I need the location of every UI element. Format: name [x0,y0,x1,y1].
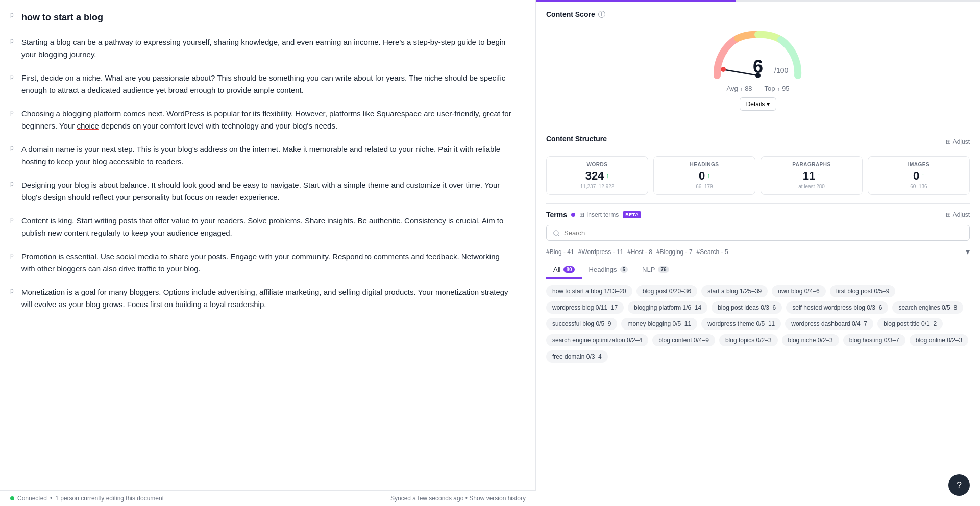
term-tag[interactable]: blog post 0/20–36 [636,285,697,297]
trend-icon: ↑ [606,172,609,180]
details-button[interactable]: Details ▾ [740,97,777,111]
paragraph-text[interactable]: Promotion is essential. Use social media… [21,250,515,275]
term-tag[interactable]: blog online 0/2–3 [910,334,968,346]
history-link[interactable]: Show version history [469,495,526,502]
paragraph-marker: p [10,180,15,204]
term-tag[interactable]: start a blog 1/25–39 [701,285,768,297]
term-tag[interactable]: successful blog 0/5–9 [546,318,617,330]
term-tag[interactable]: wordpress blog 0/11–17 [546,301,624,314]
help-button[interactable]: ? [948,474,970,496]
progress-fill [536,0,736,2]
content-score-info-icon[interactable]: i [598,11,605,18]
structure-item-label: PARAGRAPHS [764,162,859,167]
tab-label: Headings [589,266,617,273]
term-tag[interactable]: search engine optimization 0/2–4 [546,334,648,346]
term-tag[interactable]: blog niche 0/2–3 [782,334,839,346]
structure-item-value: 0 ↑ [871,169,966,183]
tab-count: 76 [658,266,669,273]
structure-item-range: at least 280 [764,184,859,189]
paragraph-marker: p [10,216,15,239]
term-tag[interactable]: search engines 0/5–8 [892,301,963,314]
tag-filter[interactable]: #Search - 5 [697,248,728,256]
content-score-section: Content Score i [546,10,970,116]
structure-item-value: 0 ↑ [657,169,752,183]
terms-title: Terms ⊞ Insert terms BETA [546,211,641,219]
search-input[interactable] [564,229,963,237]
tag-filter[interactable]: #Wordpress - 11 [578,248,623,256]
terms-tab-nlp[interactable]: NLP 76 [635,262,676,279]
svg-line-6 [558,234,559,236]
terms-tab-headings[interactable]: Headings 5 [582,262,635,279]
tag-filter[interactable]: #Blogging - 7 [656,248,693,256]
term-tag[interactable]: money blogging 0/5–11 [621,318,697,330]
connection-status: Connected • 1 person currently editing t… [10,495,164,502]
term-tag[interactable]: own blog 0/4–6 [772,285,825,297]
term-tag[interactable]: blog topics 0/2–3 [719,334,778,346]
structure-item-images: IMAGES 0 ↑ 60–136 [868,156,970,195]
term-tag[interactable]: self hosted wordpress blog 0/3–6 [786,301,888,314]
structure-item-words: WORDS 324 ↑ 11,237–12,922 [546,156,648,195]
terms-adjust-button[interactable]: ⊞ Adjust [946,211,970,218]
structure-grid: WORDS 324 ↑ 11,237–12,922 HEADINGS 0 ↑ 6… [546,156,970,195]
paragraph-text[interactable]: Starting a blog can be a pathway to expr… [21,36,515,61]
term-tag[interactable]: how to start a blog 1/13–20 [546,285,632,297]
paragraph-text[interactable]: Monetization is a goal for many bloggers… [21,286,515,311]
term-tag[interactable]: blog post ideas 0/3–6 [712,301,782,314]
paragraph-item: pContent is king. Start writing posts th… [10,215,515,239]
paragraph-marker: p [10,251,15,275]
terms-adjust-icon: ⊞ [946,211,951,218]
structure-title: Content Structure [546,135,607,143]
term-tag[interactable]: wordpress theme 0/5–11 [701,318,781,330]
paragraph-marker: p [10,37,15,61]
structure-item-paragraphs: PARAGRAPHS 11 ↑ at least 280 [761,156,863,195]
paragraph-item: pStarting a blog can be a pathway to exp… [10,36,515,61]
paragraph-text[interactable]: Designing your blog is about balance. It… [21,179,515,204]
structure-item-headings: HEADINGS 0 ↑ 66–179 [653,156,755,195]
term-tag[interactable]: first blog post 0/5–9 [830,285,896,297]
synced-label: Synced a few seconds ago [390,495,463,502]
structure-item-range: 66–179 [657,184,752,189]
heading-text[interactable]: how to start a blog [21,10,103,25]
paragraph-text[interactable]: Content is king. Start writing posts tha… [21,215,515,239]
paragraph-item: pChoosing a blogging platform comes next… [10,108,515,132]
paragraph-item: phow to start a blog [10,10,515,25]
status-bar: Connected • 1 person currently editing t… [0,490,536,506]
terms-tabs: All 80Headings 5NLP 76 [546,262,970,279]
term-tag[interactable]: blogging platform 1/6–14 [628,301,707,314]
term-tag[interactable]: free domain 0/3–4 [546,350,608,363]
connection-dot [10,496,14,500]
content-structure-section: Content Structure ⊞ Adjust WORDS 324 ↑ 1… [546,126,970,195]
paragraph-text[interactable]: A domain name is your next step. This is… [21,143,515,168]
tag-filter[interactable]: #Blog - 41 [546,248,574,256]
paragraph-item: pPromotion is essential. Use social medi… [10,250,515,275]
terms-search-box[interactable] [546,225,970,241]
connected-label: Connected [17,495,47,502]
tab-label: All [553,266,560,273]
tab-count: 80 [564,266,574,273]
terms-header: Terms ⊞ Insert terms BETA ⊞ Adjust [546,211,970,219]
terms-tab-all[interactable]: All 80 [546,262,582,279]
tab-count: 5 [620,266,628,273]
search-icon [553,230,560,237]
structure-item-label: HEADINGS [657,162,752,167]
term-tag[interactable]: blog content 0/4–9 [652,334,715,346]
insert-terms-button[interactable]: ⊞ Insert terms [579,211,619,218]
paragraph-item: pA domain name is your next step. This i… [10,143,515,168]
paragraph-item: pFirst, decide on a niche. What are you … [10,72,515,96]
paragraph-item: pMonetization is a goal for many blogger… [10,286,515,311]
progress-bar [536,0,980,2]
tag-filter[interactable]: #Host - 8 [627,248,652,256]
term-tag[interactable]: blog hosting 0/3–7 [843,334,905,346]
content-editor[interactable]: phow to start a blogpStarting a blog can… [0,0,536,506]
beta-badge: BETA [623,211,641,218]
tag-filters-expand-button[interactable]: ▾ [966,247,970,257]
svg-text:/100: /100 [774,66,788,74]
term-tag[interactable]: wordpress dashboard 0/4–7 [785,318,873,330]
paragraph-text[interactable]: Choosing a blogging platform comes next.… [21,108,515,132]
tab-label: NLP [642,266,655,273]
term-tag[interactable]: blog post title 0/1–2 [877,318,943,330]
structure-adjust-button[interactable]: ⊞ Adjust [946,138,970,145]
structure-item-label: IMAGES [871,162,966,167]
paragraph-text[interactable]: First, decide on a niche. What are you p… [21,72,515,96]
svg-text:6: 6 [753,56,763,77]
